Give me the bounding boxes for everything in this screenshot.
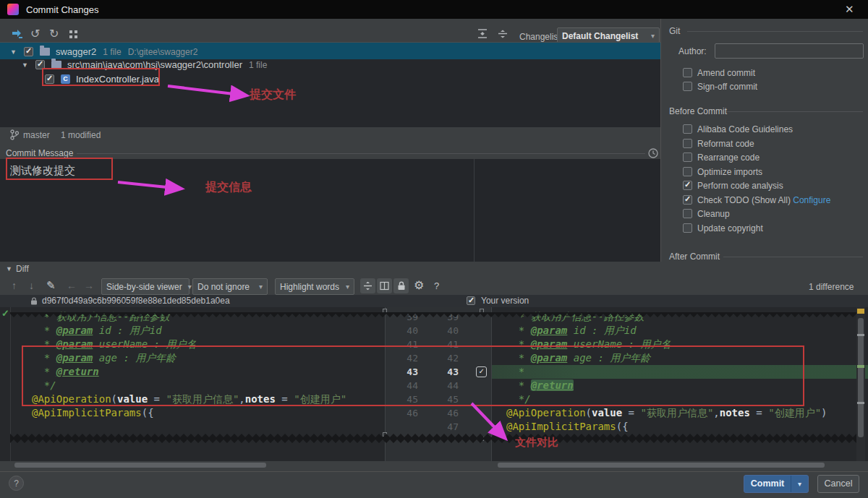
before-commit-checkbox[interactable] xyxy=(683,223,692,233)
your-version-checkbox[interactable] xyxy=(467,296,475,305)
highlight-select[interactable]: Highlight words ▾ xyxy=(275,278,354,295)
bottom-bar xyxy=(0,471,868,498)
before-commit-checkbox[interactable] xyxy=(683,195,692,205)
chevron-down-icon: ▾ xyxy=(651,32,655,40)
previous-difference-icon[interactable]: ↑ xyxy=(12,280,17,291)
before-commit-option-label: Check TODO (Show All) Configure xyxy=(697,195,830,205)
help-icon[interactable]: ? xyxy=(434,280,439,291)
refresh-icon[interactable]: ↻ xyxy=(49,27,59,40)
sync-scrolling-icon[interactable] xyxy=(377,278,392,293)
before-commit-title: Before Commit xyxy=(669,106,727,116)
viewer-select-value: Side-by-side viewer xyxy=(106,282,182,292)
file-count: 1 file xyxy=(103,47,121,57)
rollback-icon[interactable]: ↺ xyxy=(30,27,40,40)
chevron-down-icon: ▾ xyxy=(346,283,349,291)
show-diff-icon[interactable] xyxy=(12,29,23,39)
annotation-label-message: 提交信息 xyxy=(205,180,252,195)
group-by-icon[interactable] xyxy=(69,30,77,38)
before-commit-checkbox[interactable] xyxy=(683,167,692,176)
annotation-box-file xyxy=(42,68,160,86)
before-commit-checkbox[interactable] xyxy=(683,139,692,148)
signoff-commit-label: Sign-off commit xyxy=(697,82,757,92)
before-commit-checkbox[interactable] xyxy=(683,209,692,218)
before-commit-checkbox[interactable] xyxy=(683,153,692,162)
commit-button[interactable]: Commit ▾ xyxy=(744,475,809,493)
amend-commit-label: Amend commit xyxy=(697,68,755,78)
close-icon[interactable]: ✕ xyxy=(845,3,854,16)
collapsed-region-edge xyxy=(10,307,856,312)
before-commit-option-label: Alibaba Code Guidelines xyxy=(697,124,793,134)
prev-file-icon[interactable]: ← xyxy=(67,280,77,291)
before-commit-option-label: Optimize imports xyxy=(697,167,762,177)
revision-hash: d967f0d49a9c6b996059f8e88e1ded85deb1a0ea xyxy=(42,296,230,306)
before-commit-option-label: Rearrange code xyxy=(697,153,760,163)
panel-divider xyxy=(660,19,661,262)
before-commit-option-label: Perform code analysis xyxy=(697,181,783,191)
branch-name[interactable]: master xyxy=(23,130,50,140)
code-line: @ApiImplicitParams({ xyxy=(32,406,384,420)
tree-row-module[interactable]: ▼ swagger2 1 file D:\gitee\swagger2 xyxy=(10,45,197,59)
author-input[interactable] xyxy=(715,43,864,59)
before-commit-checkbox[interactable] xyxy=(683,181,692,190)
changelist-value: Default Changelist xyxy=(562,31,645,41)
diff-collapse-icon[interactable]: ▼ xyxy=(6,265,12,272)
right-hscrollbar[interactable] xyxy=(498,463,825,468)
git-section-title: Git xyxy=(669,26,680,36)
stripe-marker[interactable] xyxy=(857,402,864,404)
gutter-row: 4040 xyxy=(385,324,492,338)
before-commit-option-label: Cleanup xyxy=(697,209,730,219)
file-checkbox[interactable] xyxy=(24,47,33,56)
stripe-marker[interactable] xyxy=(857,365,864,368)
diff-section-title: Diff xyxy=(16,264,29,274)
collapse-unchanged-icon[interactable] xyxy=(360,278,375,293)
commit-button-label[interactable]: Commit xyxy=(744,476,791,492)
collapse-all-icon[interactable] xyxy=(498,29,508,38)
module-name[interactable]: swagger2 xyxy=(56,46,96,57)
history-icon[interactable] xyxy=(648,148,658,158)
lock-icon[interactable] xyxy=(393,278,409,293)
help-button[interactable]: ? xyxy=(9,476,24,491)
your-version-label: Your version xyxy=(481,296,529,306)
commit-changes-dialog: Commit Changes ✕ ↺ ↻ Changelist: Default… xyxy=(0,0,868,498)
app-logo-icon xyxy=(7,4,19,15)
chevron-expanded-icon[interactable]: ▼ xyxy=(22,61,28,69)
amend-commit-checkbox[interactable] xyxy=(683,68,692,77)
code-line: @ApiOperation(value = "获取用户信息",notes = "… xyxy=(506,406,856,420)
whitespace-select[interactable]: Do not ignore ▾ xyxy=(192,278,268,295)
folder-icon xyxy=(40,48,50,56)
chevron-down-icon: ▾ xyxy=(259,283,263,291)
stripe-marker[interactable] xyxy=(857,334,864,336)
gear-icon[interactable]: ⚙ xyxy=(414,278,424,292)
module-path: D:\gitee\swagger2 xyxy=(128,47,198,57)
title-bar: Commit Changes ✕ xyxy=(0,0,868,19)
signoff-commit-checkbox[interactable] xyxy=(683,82,692,91)
commit-options-icon[interactable]: ▾ xyxy=(791,476,808,492)
difference-count: 1 difference xyxy=(809,282,854,292)
git-branch-icon xyxy=(10,129,19,140)
configure-link[interactable]: Configure xyxy=(791,195,830,205)
collapsed-region-band xyxy=(10,432,856,445)
margin-guide xyxy=(474,159,475,262)
annotation-box-diff xyxy=(22,345,804,406)
file-count: 1 file xyxy=(249,60,267,70)
modified-count: 1 modified xyxy=(61,130,101,140)
annotation-box-message xyxy=(6,158,113,180)
gutter-row: 4646 xyxy=(385,406,492,420)
whitespace-select-value: Do not ignore xyxy=(197,282,253,292)
code-line: * @param id : 用户id xyxy=(32,324,384,338)
before-commit-checkbox[interactable] xyxy=(683,124,692,134)
next-file-icon[interactable]: → xyxy=(84,280,94,291)
left-hscrollbar[interactable] xyxy=(14,463,266,468)
next-difference-icon[interactable]: ↓ xyxy=(29,280,34,291)
cancel-button[interactable]: Cancel xyxy=(817,475,859,493)
lock-icon xyxy=(30,297,38,305)
expand-all-icon[interactable] xyxy=(477,29,488,38)
viewer-select[interactable]: Side-by-side viewer ▾ xyxy=(101,278,190,295)
window-title: Commit Changes xyxy=(26,4,98,15)
annotation-label-file: 提交文件 xyxy=(250,87,296,103)
error-stripe-marker[interactable] xyxy=(857,309,864,314)
after-commit-title: After Commit xyxy=(669,252,720,262)
diff-subheader: d967f0d49a9c6b996059f8e88e1ded85deb1a0ea… xyxy=(0,295,868,307)
chevron-expanded-icon[interactable]: ▼ xyxy=(10,48,17,56)
edit-icon[interactable]: ✎ xyxy=(46,279,56,292)
